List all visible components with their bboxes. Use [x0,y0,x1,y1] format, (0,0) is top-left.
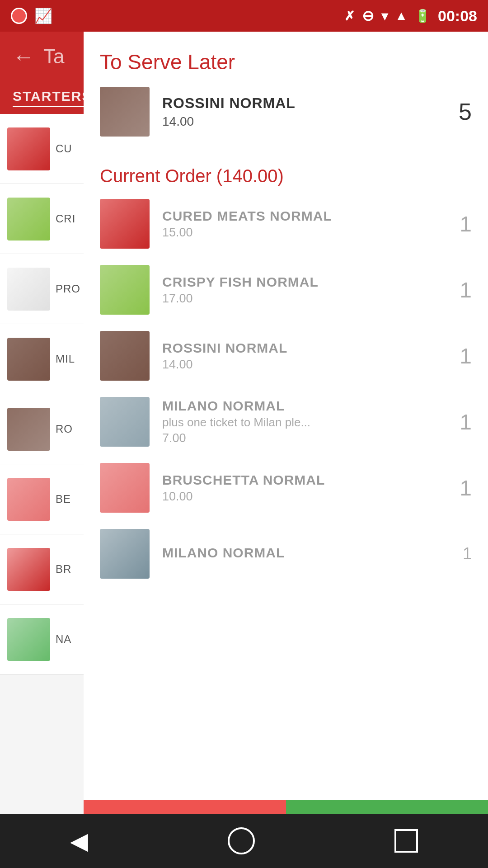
nav-bar: ◀ [0,814,488,868]
order-item-name: MILANO NORMAL [162,545,436,561]
overlay-panel: To Serve Later ROSSINI NORMAL 14.00 5 Cu… [84,32,488,868]
order-item: BRUSCHETTA NORMAL 10.00 1 [100,463,472,513]
list-item[interactable]: BR [0,534,84,604]
status-bar: 📈 ✗ ⊖ ▾ ▲ 🔋 00:08 [0,0,488,32]
order-item-desc: plus one ticket to Milan ple... [162,415,436,429]
list-item[interactable]: CRI [0,184,84,254]
menu-item-name: CRI [56,212,75,225]
menu-item-name: CU [56,142,72,155]
menu-item-name: RO [56,423,73,435]
order-item-name: CURED MEATS NORMAL [162,208,436,224]
time-display: 00:08 [438,7,477,25]
menu-item-name: NA [56,633,71,646]
order-item-thumbnail [100,529,150,579]
panel-content: To Serve Later ROSSINI NORMAL 14.00 5 Cu… [84,32,488,800]
order-item-thumbnail [100,397,150,447]
list-item[interactable]: MIL [0,324,84,394]
food-thumbnail [7,618,50,661]
food-thumbnail [7,268,50,311]
order-item-thumbnail [100,463,150,513]
order-item-price: 17.00 [162,292,436,306]
serve-later-item-price: 14.00 [162,114,436,129]
order-item-name: CRISPY FISH NORMAL [162,274,436,290]
divider [100,153,472,153]
order-item-thumbnail [100,265,150,315]
back-nav-button[interactable]: ◀ [70,827,88,854]
header-title: Ta [43,45,64,68]
back-button[interactable]: ← [13,44,34,69]
menu-item-name: BR [56,563,71,576]
order-item-qty: 1 [449,544,472,563]
food-thumbnail [7,127,50,170]
current-order-title: Current Order (140.00) [100,166,472,186]
order-item-info: ROSSINI NORMAL 14.00 [162,340,436,372]
order-item-info: BRUSCHETTA NORMAL 10.00 [162,472,436,504]
order-item-qty: 1 [449,278,472,302]
order-item-price: 15.00 [162,226,436,240]
starters-tab[interactable]: STARTERS [13,89,92,107]
list-item[interactable]: RO [0,394,84,464]
order-item: MILANO NORMAL plus one ticket to Milan p… [100,397,472,447]
battery-icon: 🔋 [415,9,431,24]
order-item-price: 7.00 [162,431,436,445]
serve-later-item-qty: 5 [449,98,472,125]
food-thumbnail [7,408,50,451]
order-item-name: BRUSCHETTA NORMAL [162,472,436,488]
order-item-thumbnail [100,331,150,381]
order-item-price: 10.00 [162,490,436,504]
signal-icon: ▲ [395,9,408,23]
menu-list: CU CRI PRO MIL RO BE [0,114,84,778]
order-item: CURED MEATS NORMAL 15.00 1 [100,199,472,249]
serve-later-title: To Serve Later [100,50,472,74]
serve-later-info: ROSSINI NORMAL 14.00 [162,95,436,129]
serve-later-item: ROSSINI NORMAL 14.00 5 [100,87,472,137]
home-nav-button[interactable] [228,827,255,854]
order-item-qty: 1 [449,344,472,368]
list-item[interactable]: PRO [0,254,84,324]
serve-later-thumbnail [100,87,150,137]
order-item: CRISPY FISH NORMAL 17.00 1 [100,265,472,315]
order-item-info: CRISPY FISH NORMAL 17.00 [162,274,436,306]
order-item-price: 14.00 [162,358,436,372]
order-item-qty: 1 [449,476,472,500]
order-item-name: ROSSINI NORMAL [162,340,436,356]
minus-circle-icon: ⊖ [362,7,374,24]
menu-item-name: PRO [56,283,80,295]
order-item-info: CURED MEATS NORMAL 15.00 [162,208,436,240]
list-item[interactable]: CU [0,114,84,184]
chart-icon: 📈 [34,7,52,24]
order-item-info: MILANO NORMAL [162,545,436,562]
status-bar-left: 📈 [11,7,52,24]
food-thumbnail [7,548,50,591]
order-item-qty: 1 [449,212,472,236]
bluetooth-icon: ✗ [344,9,355,24]
menu-item-name: BE [56,493,71,505]
order-item-thumbnail [100,199,150,249]
order-item: MILANO NORMAL 1 [100,529,472,579]
food-thumbnail [7,478,50,521]
status-bar-right: ✗ ⊖ ▾ ▲ 🔋 00:08 [344,7,477,25]
food-thumbnail [7,338,50,381]
app-container: ← Ta STARTERS CU CRI PRO MIL [0,32,488,868]
wifi-icon: ▾ [381,9,388,24]
serve-later-item-name: ROSSINI NORMAL [162,95,436,112]
order-item: ROSSINI NORMAL 14.00 1 [100,331,472,381]
record-icon [11,8,27,24]
food-thumbnail [7,198,50,241]
recents-nav-button[interactable] [394,829,418,853]
order-item-qty: 1 [449,410,472,434]
menu-item-name: MIL [56,353,75,365]
order-item-name: MILANO NORMAL [162,398,436,414]
order-item-info: MILANO NORMAL plus one ticket to Milan p… [162,398,436,445]
list-item[interactable]: NA [0,604,84,675]
list-item[interactable]: BE [0,464,84,534]
